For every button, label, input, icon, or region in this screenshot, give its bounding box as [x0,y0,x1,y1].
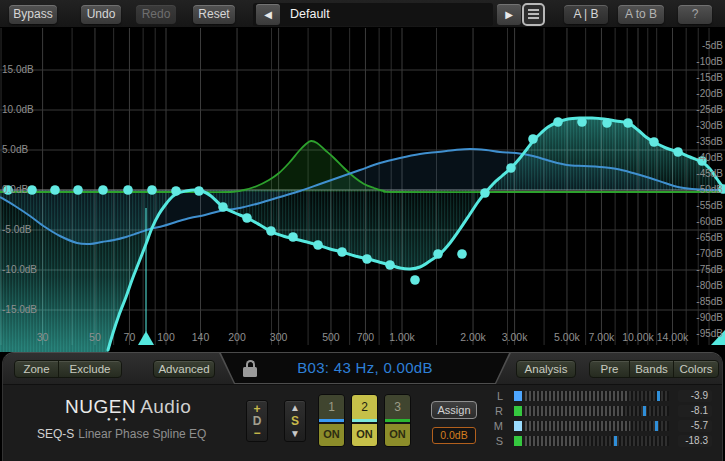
bypass-button[interactable]: Bypass [9,5,57,24]
freq-label: 1.00k [389,331,415,343]
right-db-label: -75dB [696,264,723,275]
eq-node[interactable] [242,213,252,223]
freq-label: 50 [89,331,101,343]
minus-icon[interactable]: − [253,427,260,439]
eq-graph[interactable]: 15.0dB10.0dB5.0dB0.0dB-5.0dB-10.0dB-15.0… [0,28,725,352]
right-db-label: -80dB [696,280,723,291]
right-db-label: -10dB [696,56,723,67]
eq-node[interactable] [98,185,108,195]
preset-name[interactable]: Default [290,7,330,21]
product-name: SEQ-SLinear Phase Spline EQ [37,427,206,441]
analysis-button[interactable]: Analysis [516,360,576,378]
eq-node[interactable] [27,185,37,195]
brand-dots: ●●● [107,416,130,422]
freq-label: 500 [322,331,340,343]
freq-label: 300 [270,331,288,343]
eq-node[interactable] [194,186,204,196]
a-to-b-button[interactable]: A to B [618,5,664,24]
right-db-label: -70dB [696,248,723,259]
eq-node[interactable] [385,260,395,270]
right-db-label: -90dB [696,312,723,323]
exclude-button[interactable]: Exclude [59,361,121,377]
eq-node[interactable] [288,232,298,242]
meter-peak-marker [643,406,646,416]
band-1-button[interactable]: 1ON [318,394,345,447]
advanced-button[interactable]: Advanced [153,360,215,378]
eq-node[interactable] [362,254,372,264]
freq-label: 14.00k [657,331,689,343]
right-db-label: -45dB [696,168,723,179]
band-on-toggle[interactable]: ON [352,424,377,446]
freq-label: 70 [124,331,136,343]
eq-node[interactable] [313,240,323,250]
meter-bar [525,406,669,416]
help-button[interactable]: ? [678,5,712,24]
right-db-label: -15dB [696,72,723,83]
meter-color-swatch [514,421,522,431]
assign-button[interactable]: Assign [431,401,477,419]
left-db-label: -5.0dB [2,224,32,235]
right-db-label: -30dB [696,120,723,131]
control-panel: Zone Exclude Advanced B03: 43 Hz, 0.00dB… [2,352,723,461]
eq-node[interactable] [480,188,490,198]
dither-button[interactable]: + D − [246,400,268,442]
eq-node[interactable] [218,202,228,212]
pre-button[interactable]: Pre [590,361,630,377]
down-arrow-icon[interactable]: ▼ [290,429,300,439]
meter-color-swatch [514,406,522,416]
band-number: 3 [385,395,410,419]
left-db-label: 15.0dB [2,64,34,75]
left-db-label: -15.0dB [2,304,37,315]
band-on-toggle[interactable]: ON [319,424,344,446]
eq-node[interactable] [171,186,181,196]
eq-node[interactable] [602,118,612,128]
freq-label: 140 [192,331,210,343]
right-db-label: -65dB [696,232,723,243]
zone-exclude-group: Zone Exclude [14,360,122,378]
eq-node[interactable] [553,117,563,127]
eq-node[interactable] [649,137,659,147]
toolbar: Bypass Undo Redo Reset ◀ Default ▶ A | B… [0,0,725,28]
eq-node[interactable] [457,249,467,259]
meter-value: -3.9 [678,390,712,402]
eq-node[interactable] [147,185,157,195]
meter-color-swatch [514,436,522,446]
eq-node[interactable] [623,118,633,128]
bands-button[interactable]: Bands [630,361,674,377]
undo-button[interactable]: Undo [81,5,121,24]
eq-node[interactable] [673,147,683,157]
preset-field[interactable] [253,3,493,26]
colors-button[interactable]: Colors [674,361,718,377]
right-db-label: -5dB [702,40,723,51]
preset-prev-icon[interactable]: ◀ [256,4,280,25]
meter-value: -18.3 [678,435,712,447]
band-number: 1 [319,395,344,419]
redo-button[interactable]: Redo [136,5,176,24]
preset-next-icon[interactable]: ▶ [497,4,521,25]
band-on-toggle[interactable]: ON [385,424,410,446]
band-2-button[interactable]: 2ON [351,394,378,447]
up-arrow-icon[interactable]: ▲ [290,403,300,413]
ab-compare-button[interactable]: A | B [564,5,608,24]
eq-node[interactable] [73,185,83,195]
meter-peak-marker [657,391,660,401]
preset-list-icon[interactable] [522,3,545,26]
freq-label: 3.00k [502,331,528,343]
eq-node[interactable] [506,163,516,173]
eq-node[interactable] [577,117,587,127]
eq-node[interactable] [266,226,276,236]
zone-button[interactable]: Zone [15,361,59,377]
band-3-button[interactable]: 3ON [384,394,411,447]
trim-value[interactable]: 0.0dB [432,427,476,444]
eq-node[interactable] [528,134,538,144]
eq-node[interactable] [410,275,420,285]
right-db-label: -20dB [696,88,723,99]
eq-node[interactable] [433,249,443,259]
meter-label: S [491,435,503,447]
reset-button[interactable]: Reset [193,5,235,24]
freq-label: 5.00k [554,331,580,343]
eq-node[interactable] [123,185,133,195]
eq-node[interactable] [50,185,60,195]
eq-node[interactable] [337,247,347,257]
solo-button[interactable]: ▲ S ▼ [284,400,306,442]
